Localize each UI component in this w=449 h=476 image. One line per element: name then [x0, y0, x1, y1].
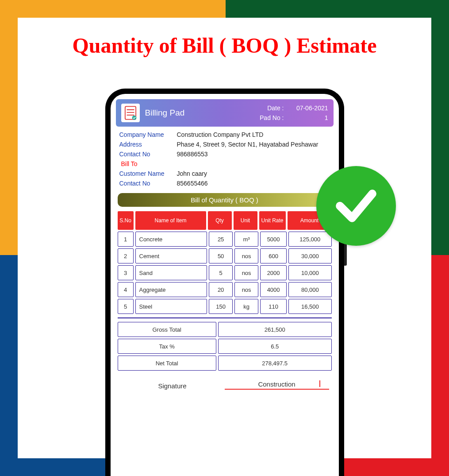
phone-screen: Billing Pad Date : 07-06-2021 Pad No : 1…: [111, 94, 339, 476]
billing-pad-icon: [121, 104, 140, 122]
table-row: 5Steel150kg11016,500: [118, 299, 332, 314]
date-label: Date :: [260, 103, 284, 113]
gross-total-value: 261,500: [218, 322, 332, 337]
cell-name: Steel: [135, 299, 207, 314]
frame-border: [431, 255, 449, 476]
table-row: 3Sand5nos200010,000: [118, 265, 332, 280]
bill-to-label: Bill To: [121, 160, 330, 167]
cell-rate: 600: [260, 248, 287, 263]
cell-amount: 125,000: [288, 232, 331, 247]
address-value: Phase 4, Street 9, Sector N1, Hayatabad …: [177, 141, 330, 148]
cell-sno: 3: [118, 265, 134, 280]
cell-rate: 2000: [260, 265, 287, 280]
cell-qty: 150: [209, 299, 233, 314]
cell-sno: 5: [118, 299, 134, 314]
pad-no-label: Pad No :: [260, 113, 284, 123]
company-contact-value: 986886553: [177, 151, 330, 158]
table-row: 2Cement50nos60030,000: [118, 248, 332, 263]
phone-frame: Billing Pad Date : 07-06-2021 Pad No : 1…: [105, 89, 344, 476]
table-header-row: S.No Name of Item Qty Unit Unit Rate Amo…: [118, 211, 332, 230]
cell-name: Aggregate: [135, 282, 207, 297]
cell-sno: 4: [118, 282, 134, 297]
cell-unit: nos: [234, 282, 258, 297]
gross-total-label: Gross Total: [118, 322, 216, 337]
col-sno: S.No: [118, 211, 134, 230]
checkmark-badge-icon: [316, 166, 396, 246]
cell-qty: 25: [209, 232, 233, 247]
page-title: Quantity of Bill ( BOQ ) Estimate: [18, 33, 431, 58]
frame-border: [0, 255, 18, 476]
cell-name: Concrete: [135, 232, 207, 247]
customer-name-value: John caary: [177, 170, 330, 177]
signature-row: Signature Construction: [116, 380, 334, 390]
frame-border: [0, 18, 18, 255]
cell-qty: 50: [209, 248, 233, 263]
col-unit: Unit: [234, 211, 257, 230]
cell-amount: 80,000: [288, 282, 331, 297]
cell-name: Sand: [135, 265, 207, 280]
tax-row: Tax % 6.5: [118, 339, 332, 354]
cell-unit: kg: [234, 299, 258, 314]
table-row: 1Concrete25m³5000125,000: [118, 232, 332, 247]
cell-rate: 110: [260, 299, 287, 314]
svg-point-4: [132, 116, 136, 120]
cell-amount: 10,000: [288, 265, 331, 280]
frame-border: [431, 18, 449, 255]
cell-name: Cement: [135, 248, 207, 263]
tax-value: 6.5: [218, 339, 332, 354]
company-contact-label: Contact No: [119, 151, 177, 158]
net-total-label: Net Total: [118, 356, 216, 371]
col-qty: Qty: [208, 211, 232, 230]
gross-total-row: Gross Total 261,500: [118, 322, 332, 337]
pad-no-value: 1: [288, 113, 328, 123]
cell-unit: nos: [234, 248, 258, 263]
boq-section-title: Bill of Quantity ( BOQ ): [118, 193, 332, 207]
signature-label: Signature: [120, 382, 225, 390]
cell-sno: 2: [118, 248, 134, 263]
customer-contact-label: Contact No: [119, 180, 177, 187]
date-value: 07-06-2021: [288, 103, 328, 113]
customer-name-label: Customer Name: [119, 170, 177, 177]
cell-qty: 20: [209, 282, 233, 297]
company-name-value: Construction Company Pvt LTD: [177, 131, 330, 138]
cell-rate: 4000: [260, 282, 287, 297]
frame-border: [226, 0, 449, 18]
billing-pad-header: Billing Pad Date : 07-06-2021 Pad No : 1: [116, 99, 334, 127]
cell-unit: m³: [234, 232, 258, 247]
cell-amount: 30,000: [288, 248, 331, 263]
cell-qty: 5: [209, 265, 233, 280]
frame-border: [0, 0, 226, 18]
table-row: 4Aggregate20nos400080,000: [118, 282, 332, 297]
col-name: Name of Item: [135, 211, 206, 230]
cell-amount: 16,500: [288, 299, 331, 314]
customer-contact-value: 856655466: [177, 180, 330, 187]
table-divider: [118, 317, 332, 318]
boq-table: S.No Name of Item Qty Unit Unit Rate Amo…: [116, 211, 334, 371]
col-rate: Unit Rate: [259, 211, 286, 230]
header-title: Billing Pad: [145, 108, 185, 118]
net-total-value: 278,497.5: [218, 356, 332, 371]
net-total-row: Net Total 278,497.5: [118, 356, 332, 371]
address-label: Address: [119, 141, 177, 148]
tax-label: Tax %: [118, 339, 216, 354]
signature-value[interactable]: Construction: [225, 380, 329, 390]
company-name-label: Company Name: [119, 131, 177, 138]
cell-unit: nos: [234, 265, 258, 280]
cell-rate: 5000: [260, 232, 287, 247]
cell-sno: 1: [118, 232, 134, 247]
